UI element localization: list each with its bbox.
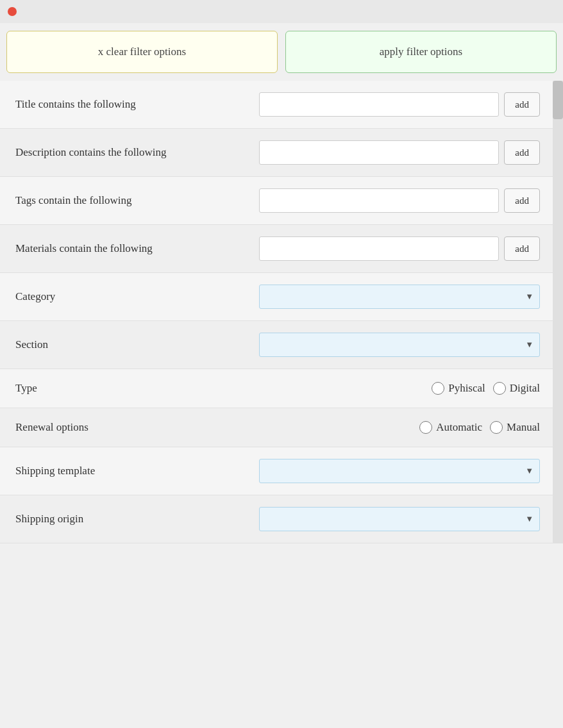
filter-row-shipping-template: Shipping template ▼ <box>0 447 553 495</box>
shipping-origin-select[interactable] <box>259 507 540 531</box>
filter-row-description: Description contains the following add <box>0 129 553 177</box>
filter-row-shipping-origin: Shipping origin ▼ <box>0 495 553 543</box>
filter-label-materials: Materials contain the following <box>15 241 259 256</box>
header-buttons: x clear filter options apply filter opti… <box>0 23 563 81</box>
renewal-automatic-label: Automatic <box>436 421 482 434</box>
title-bar <box>0 0 563 23</box>
filter-label-description: Description contains the following <box>15 145 259 160</box>
scrollbar-track[interactable] <box>553 81 563 543</box>
filter-control-category: ▼ <box>259 285 540 309</box>
content-area: Title contains the following add Descrip… <box>0 81 563 543</box>
filter-row-category: Category ▼ <box>0 273 553 321</box>
filter-control-shipping-template: ▼ <box>259 459 540 483</box>
shipping-template-select[interactable] <box>259 459 540 483</box>
type-radio-digital[interactable]: Digital <box>493 382 540 395</box>
filter-row-tags: Tags contain the following add <box>0 177 553 225</box>
filter-label-tags: Tags contain the following <box>15 193 259 208</box>
scrollbar-thumb[interactable] <box>553 81 563 119</box>
title-add-button[interactable]: add <box>504 92 540 117</box>
renewal-radio-group: Automatic Manual <box>259 421 540 434</box>
filter-label-shipping-template: Shipping template <box>15 463 259 479</box>
section-select-wrapper: ▼ <box>259 333 540 357</box>
materials-input[interactable] <box>259 236 499 261</box>
category-select[interactable] <box>259 285 540 309</box>
type-radio-group: Pyhiscal Digital <box>259 382 540 395</box>
filter-label-category: Category <box>15 289 259 304</box>
shipping-origin-select-wrapper: ▼ <box>259 507 540 531</box>
renewal-radio-automatic-input[interactable] <box>419 421 432 434</box>
renewal-radio-manual[interactable]: Manual <box>490 421 540 434</box>
renewal-radio-automatic[interactable]: Automatic <box>419 421 482 434</box>
tags-input[interactable] <box>259 188 499 213</box>
filter-row-materials: Materials contain the following add <box>0 225 553 273</box>
filter-control-section: ▼ <box>259 333 540 357</box>
filter-label-title: Title contains the following <box>15 97 259 112</box>
renewal-radio-manual-input[interactable] <box>490 421 503 434</box>
filter-control-shipping-origin: ▼ <box>259 507 540 531</box>
type-pyhiscal-label: Pyhiscal <box>448 382 485 395</box>
filter-label-type: Type <box>15 381 259 396</box>
filter-control-renewal: Automatic Manual <box>259 421 540 434</box>
type-radio-digital-input[interactable] <box>493 382 506 395</box>
clear-filter-button[interactable]: x clear filter options <box>6 31 278 73</box>
tags-add-button[interactable]: add <box>504 188 540 213</box>
type-digital-label: Digital <box>510 382 540 395</box>
filter-row-renewal: Renewal options Automatic Manual <box>0 408 553 447</box>
filter-row-title: Title contains the following add <box>0 81 553 129</box>
renewal-manual-label: Manual <box>507 421 540 434</box>
filter-row-section: Section ▼ <box>0 321 553 369</box>
filter-control-tags: add <box>259 188 540 213</box>
description-add-button[interactable]: add <box>504 140 540 165</box>
filter-control-description: add <box>259 140 540 165</box>
title-input[interactable] <box>259 92 499 117</box>
category-select-wrapper: ▼ <box>259 285 540 309</box>
filter-label-section: Section <box>15 337 259 352</box>
filter-label-shipping-origin: Shipping origin <box>15 511 259 527</box>
filter-control-title: add <box>259 92 540 117</box>
shipping-template-select-wrapper: ▼ <box>259 459 540 483</box>
filter-control-type: Pyhiscal Digital <box>259 382 540 395</box>
type-radio-pyhiscal[interactable]: Pyhiscal <box>432 382 485 395</box>
type-radio-pyhiscal-input[interactable] <box>432 382 444 395</box>
filter-row-type: Type Pyhiscal Digital <box>0 369 553 408</box>
filter-label-renewal: Renewal options <box>15 420 259 435</box>
apply-filter-button[interactable]: apply filter options <box>285 31 557 73</box>
description-input[interactable] <box>259 140 499 165</box>
section-select[interactable] <box>259 333 540 357</box>
close-button[interactable] <box>8 7 17 16</box>
filter-control-materials: add <box>259 236 540 261</box>
materials-add-button[interactable]: add <box>504 236 540 261</box>
